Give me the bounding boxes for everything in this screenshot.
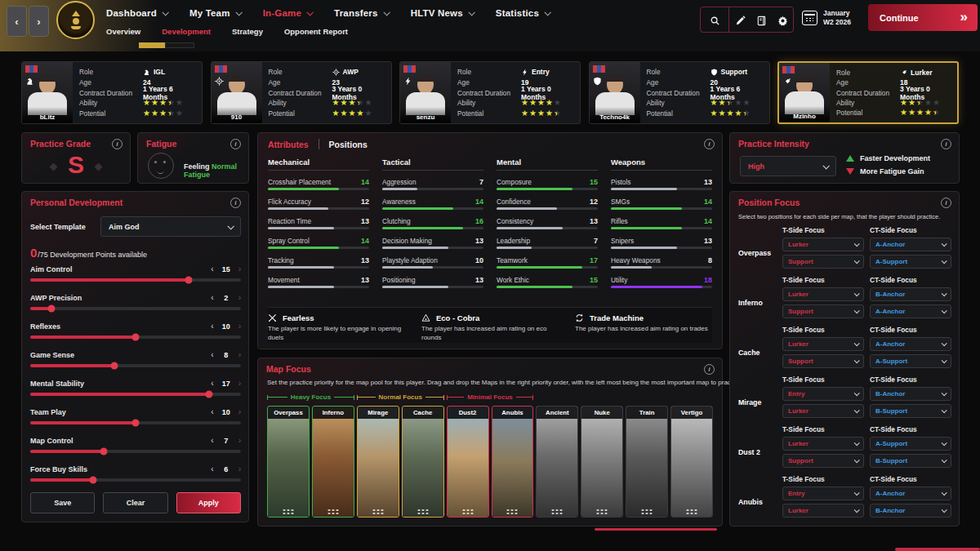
ct-position-dropdown[interactable]: B-Support xyxy=(870,404,951,418)
ct-position-dropdown[interactable]: A-Support xyxy=(870,354,951,368)
ct-position-dropdown[interactable]: B-Support xyxy=(870,454,951,468)
ct-position-dropdown[interactable]: B-Anchor xyxy=(870,504,951,518)
increase-button[interactable]: › xyxy=(238,437,241,445)
increase-button[interactable]: › xyxy=(238,465,241,473)
drag-handle-icon[interactable] xyxy=(282,509,294,514)
increase-button[interactable]: › xyxy=(238,408,241,416)
decrease-button[interactable]: ‹ xyxy=(211,294,213,302)
ct-position-dropdown[interactable]: A-Support xyxy=(870,255,951,269)
decrease-button[interactable]: ‹ xyxy=(211,322,213,331)
slider-thumb[interactable] xyxy=(90,477,97,484)
slider-track[interactable] xyxy=(30,393,241,396)
t-position-dropdown[interactable]: Entry xyxy=(782,487,864,500)
search-button[interactable] xyxy=(701,7,729,32)
drag-handle-icon[interactable] xyxy=(551,509,564,514)
settings-button[interactable] xyxy=(772,7,793,32)
increase-button[interactable]: › xyxy=(238,351,241,359)
increase-button[interactable]: › xyxy=(238,380,241,388)
t-position-dropdown[interactable]: Entry xyxy=(782,387,864,401)
ct-position-dropdown[interactable]: A-Anchor xyxy=(870,304,951,318)
player-card-senzu[interactable]: senzuRoleEntryAge19Contract Duration1 Ye… xyxy=(399,61,581,124)
t-position-dropdown[interactable]: Lurker xyxy=(782,238,864,251)
info-icon[interactable] xyxy=(230,139,241,149)
tab-strategy[interactable]: Strategy xyxy=(232,27,263,36)
map-card-overpass[interactable]: Overpass xyxy=(267,406,310,518)
increase-button[interactable]: › xyxy=(238,265,241,273)
intensity-dropdown[interactable]: High xyxy=(740,156,836,176)
slider-thumb[interactable] xyxy=(132,420,140,427)
t-position-dropdown[interactable]: Lurker xyxy=(782,504,864,518)
tab-development[interactable]: Development xyxy=(162,27,211,36)
drag-handle-icon[interactable] xyxy=(686,509,698,514)
decrease-button[interactable]: ‹ xyxy=(211,465,213,473)
slider-thumb[interactable] xyxy=(111,362,118,370)
nav-item-statistics[interactable]: Statistics xyxy=(496,8,550,18)
tab-positions[interactable]: Positions xyxy=(329,140,368,149)
t-position-dropdown[interactable]: Lurker xyxy=(782,404,864,418)
ct-position-dropdown[interactable]: A-Anchor xyxy=(870,487,951,500)
slider-thumb[interactable] xyxy=(185,277,192,284)
slider-track[interactable] xyxy=(30,450,241,453)
slider-track[interactable] xyxy=(30,478,241,482)
drag-handle-icon[interactable] xyxy=(372,509,384,514)
player-card-techno4k[interactable]: Techno4kRoleSupportAge20Contract Duratio… xyxy=(589,61,770,124)
template-dropdown[interactable]: Aim God xyxy=(100,216,241,237)
map-card-train[interactable]: Train xyxy=(626,406,668,518)
info-icon[interactable] xyxy=(704,139,715,149)
decrease-button[interactable]: ‹ xyxy=(211,437,213,445)
slider-track[interactable] xyxy=(30,307,241,310)
history-back-button[interactable]: ‹ xyxy=(7,6,27,37)
drag-handle-icon[interactable] xyxy=(596,509,608,514)
decrease-button[interactable]: ‹ xyxy=(211,380,213,388)
nav-item-transfers[interactable]: Transfers xyxy=(334,8,389,18)
nav-item-my-team[interactable]: My Team xyxy=(189,8,241,18)
map-card-ancient[interactable]: Ancient xyxy=(536,406,578,518)
ct-position-dropdown[interactable]: A-Anchor xyxy=(870,238,951,251)
decrease-button[interactable]: ‹ xyxy=(211,408,213,416)
slider-track[interactable] xyxy=(30,364,241,367)
apply-button[interactable]: Apply xyxy=(176,492,241,513)
slider-thumb[interactable] xyxy=(100,448,108,455)
page-scrollbar[interactable] xyxy=(895,548,980,551)
map-card-cache[interactable]: Cache xyxy=(402,406,444,518)
increase-button[interactable]: › xyxy=(238,322,241,331)
ct-position-dropdown[interactable]: B-Anchor xyxy=(870,287,951,301)
nav-item-dashboard[interactable]: Dashboard xyxy=(106,8,167,18)
save-button[interactable]: Save xyxy=(30,492,95,513)
clear-button[interactable]: Clear xyxy=(103,492,167,513)
player-card-910[interactable]: 910RoleAWPAge23Contract Duration3 Years … xyxy=(211,61,392,124)
t-position-dropdown[interactable]: Lurker xyxy=(782,437,864,451)
tab-attributes[interactable]: Attributes xyxy=(268,140,309,149)
drag-handle-icon[interactable] xyxy=(327,509,339,514)
map-card-anubis[interactable]: Anubis xyxy=(492,406,534,518)
map-focus-scrollbar[interactable] xyxy=(595,528,717,531)
player-card-blitz[interactable]: bLitzRoleIGLAge24Contract Duration1 Year… xyxy=(21,61,203,124)
nav-item-hltv-news[interactable]: HLTV News xyxy=(411,8,474,18)
drag-handle-icon[interactable] xyxy=(506,509,519,514)
slider-track[interactable] xyxy=(30,278,241,282)
t-position-dropdown[interactable]: Support xyxy=(782,255,864,269)
t-position-dropdown[interactable]: Lurker xyxy=(782,287,864,301)
decrease-button[interactable]: ‹ xyxy=(211,351,213,359)
increase-button[interactable]: › xyxy=(238,294,241,302)
drag-handle-icon[interactable] xyxy=(641,509,653,514)
map-card-mirage[interactable]: Mirage xyxy=(357,406,399,518)
tab-opponent-report[interactable]: Opponent Report xyxy=(284,27,348,36)
ct-position-dropdown[interactable]: B-Anchor xyxy=(870,387,951,401)
info-icon[interactable] xyxy=(941,198,951,208)
slider-thumb[interactable] xyxy=(206,391,213,398)
map-card-vertigo[interactable]: Vertigo xyxy=(670,406,713,518)
info-icon[interactable] xyxy=(112,139,122,149)
tab-overview[interactable]: Overview xyxy=(106,27,140,36)
info-icon[interactable] xyxy=(230,198,241,208)
info-icon[interactable] xyxy=(941,139,951,149)
drag-handle-icon[interactable] xyxy=(416,509,429,514)
info-icon[interactable] xyxy=(704,364,715,375)
slider-thumb[interactable] xyxy=(47,305,55,313)
drag-handle-icon[interactable] xyxy=(461,509,474,514)
slider-track[interactable] xyxy=(30,421,241,424)
ct-position-dropdown[interactable]: A-Anchor xyxy=(870,337,951,351)
slider-track[interactable] xyxy=(30,335,241,339)
slider-thumb[interactable] xyxy=(132,334,140,341)
t-position-dropdown[interactable]: Support xyxy=(782,454,864,468)
